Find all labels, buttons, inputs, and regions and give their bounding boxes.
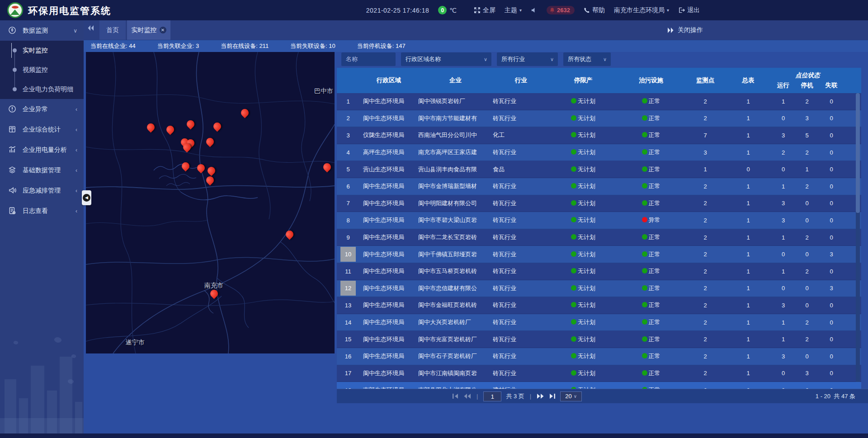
cell-running: 1	[771, 183, 796, 190]
cell-monitor-points: 7	[685, 132, 726, 139]
tab-home[interactable]: 首页	[99, 20, 126, 40]
cell-industry: 砖瓦行业	[493, 284, 549, 292]
cell-running: 0	[771, 115, 796, 122]
map-collapse-handle[interactable]: ◀	[82, 190, 91, 205]
cell-monitor-points: 2	[685, 217, 726, 224]
cell-stopped: 0	[796, 302, 818, 309]
table-row[interactable]: 6阆中生态环境局阆中市金博瑞新型墙材砖瓦行业无计划正常21120	[337, 178, 861, 195]
fullscreen-button[interactable]: 全屏	[474, 6, 495, 14]
status-select[interactable]: 所有状态 ∨	[563, 52, 611, 66]
cell-stop-plan: 无计划	[549, 165, 617, 174]
cell-running: 0	[771, 285, 796, 292]
cell-stop-plan: 无计划	[549, 216, 617, 224]
table-row[interactable]: 12阆中生态环境局阆中市忠信建材有限公砖瓦行业无计划正常21003	[337, 280, 861, 297]
row-index: 2	[337, 111, 359, 126]
industry-select[interactable]: 所有行业 ∨	[497, 52, 558, 66]
page-size-select[interactable]: 20 ∨	[560, 391, 582, 401]
column-header-2: 行业	[493, 68, 549, 93]
mute-button[interactable]	[531, 7, 538, 14]
table-row[interactable]: 4高坪生态环境局南充市高坪区王家店建砖瓦行业无计划正常31220	[337, 144, 861, 161]
cell-industry: 砖瓦行业	[493, 318, 549, 326]
status-dot-green	[571, 336, 576, 342]
table-row[interactable]: 8阆中生态环境局阆中市枣碧大梁山页岩砖瓦行业无计划异常21300	[337, 212, 861, 229]
table-row[interactable]: 3仪陇生态环境局西南油气田分公司川中化工无计划正常71350	[337, 127, 861, 144]
scrollbar-thumb[interactable]	[856, 93, 860, 213]
sidebar-subitem-2[interactable]: 企业电力负荷明细	[0, 80, 84, 99]
cell-industry: 砖瓦行业	[493, 97, 549, 105]
temperature-unit: ℃	[449, 7, 457, 14]
prev-page-button[interactable]	[463, 393, 471, 399]
cell-disconnected: 3	[818, 251, 844, 258]
table-row[interactable]: 5营山生态环境局营山县润丰肉食品有限食品无计划正常10010	[337, 161, 861, 178]
next-page-button[interactable]	[537, 393, 544, 399]
table-row[interactable]: 9阆中生态环境局阆中市二龙长宝页岩砖砖瓦行业无计划正常21120	[337, 229, 861, 246]
table-row[interactable]: 14阆中生态环境局阆中大兴页岩机砖厂砖瓦行业无计划正常21120	[337, 314, 861, 331]
cell-stop-plan: 无计划	[549, 97, 617, 105]
cell-industry: 砖瓦行业	[493, 267, 549, 275]
notification-badge[interactable]: 2632	[547, 6, 575, 14]
status-dot-green	[571, 183, 576, 188]
cell-industry: 砖瓦行业	[493, 148, 549, 156]
cell-disconnected: 0	[818, 370, 844, 377]
cell-facility-status: 正常	[617, 131, 685, 139]
close-operations-button[interactable]: 关闭操作	[667, 20, 703, 40]
status-dot-green	[571, 251, 576, 257]
cell-industry: 砖瓦行业	[493, 216, 549, 224]
table-row[interactable]: 2阆中生态环境局阆中市南方节能建材有砖瓦行业无计划正常21030	[337, 110, 861, 127]
cell-running: 3	[771, 302, 796, 309]
cell-company: 西南油气田分公司川中	[418, 131, 493, 139]
cell-stop-plan: 无计划	[549, 335, 617, 344]
fullscreen-icon	[474, 7, 481, 14]
help-button[interactable]: 帮助	[584, 6, 605, 14]
status-dot-green	[642, 98, 647, 104]
table-row[interactable]: 11阆中生态环境局阆中市五马桥页岩机砖砖瓦行业无计划正常21120	[337, 263, 861, 280]
status-dot-green	[642, 132, 647, 137]
name-search-input[interactable]: 名称	[341, 52, 396, 66]
sidebar-subitem-1[interactable]: 视频监控	[0, 60, 84, 80]
sidebar-item-2[interactable]: 企业综合统计‹	[0, 119, 84, 140]
table-row[interactable]: 17阆中生态环境局阆中市江南镇阆南页岩砖瓦行业无计划正常21030	[337, 365, 861, 382]
tab-close-icon[interactable]: ✕	[160, 27, 166, 33]
sidebar-item-0[interactable]: 数据监测∨	[0, 20, 84, 41]
sidebar-item-label: 企业综合统计	[23, 126, 61, 134]
page-number-input[interactable]: 1	[483, 391, 501, 401]
table-row[interactable]: 7阆中生态环境局阆中明阳建材有限公司砖瓦行业无计划正常21300	[337, 195, 861, 212]
last-page-button[interactable]	[549, 393, 556, 399]
org-dropdown[interactable]: 南充市生态环境局▾	[614, 6, 669, 14]
status-dot-green	[571, 268, 576, 273]
map-roads	[86, 52, 335, 353]
table-row[interactable]: 13阆中生态环境局阆中市金福旺页岩机砖砖瓦行业无计划正常21300	[337, 297, 861, 314]
cell-total-meters: 1	[726, 234, 771, 241]
cell-disconnected: 0	[818, 234, 844, 241]
tab-realtime-monitor[interactable]: 实时监控 ✕	[127, 20, 170, 40]
table-scrollbar[interactable]	[856, 93, 860, 382]
pagination-range-label: 1 - 20 共 47 条	[816, 392, 855, 400]
table-row[interactable]: 16阆中生态环境局阆中市石子页岩机砖厂砖瓦行业无计划正常21300	[337, 348, 861, 365]
column-header-3: 停限产	[549, 68, 617, 93]
stat-item-0: 当前在线企业: 44	[90, 42, 136, 50]
table-row[interactable]: 1阆中生态环境局阆中强锐页岩砖厂砖瓦行业无计划正常21120	[337, 93, 861, 110]
cell-industry: 砖瓦行业	[493, 335, 549, 344]
cell-disconnected: 0	[818, 200, 844, 207]
sidebar-item-6[interactable]: 日志查看‹	[0, 201, 84, 221]
sidebar-item-3[interactable]: 企业用电量分析‹	[0, 140, 84, 160]
table-row[interactable]: 15阆中生态环境局阆中市光富页岩机砖厂砖瓦行业无计划正常21120	[337, 331, 861, 348]
theme-dropdown[interactable]: 主题▾	[505, 6, 522, 14]
tab-scroll-left-button[interactable]	[87, 25, 94, 33]
sidebar-item-4[interactable]: 基础数据管理‹	[0, 160, 84, 180]
cell-monitor-points: 2	[685, 370, 726, 377]
first-page-button[interactable]	[452, 393, 459, 399]
cell-industry: 砖瓦行业	[493, 114, 549, 122]
status-dot-green	[571, 149, 576, 155]
sidebar-subitem-0[interactable]: 实时监控	[0, 41, 84, 60]
table-row[interactable]: 10阆中生态环境局阆中千佛镇五郎垭页岩砖瓦行业无计划正常21003	[337, 246, 861, 263]
sidebar-item-5[interactable]: 应急减排管理‹	[0, 180, 84, 201]
sidebar-item-1[interactable]: 企业异常‹	[0, 99, 84, 119]
cell-stop-plan: 无计划	[549, 318, 617, 326]
cell-disconnected: 0	[818, 183, 844, 190]
status-dot-green	[642, 149, 647, 155]
logout-button[interactable]: 退出	[678, 6, 700, 14]
status-dot-green	[571, 234, 576, 240]
map-panel[interactable]: 巴中市南充市遂宁市 ◀	[86, 52, 335, 353]
region-select[interactable]: 行政区域名称 ∨	[401, 52, 491, 66]
